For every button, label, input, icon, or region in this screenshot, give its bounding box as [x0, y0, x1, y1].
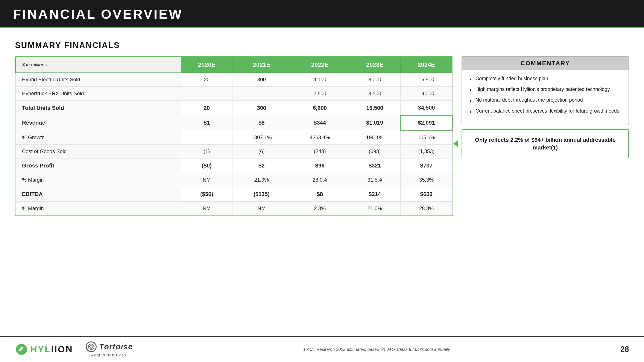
- content-wrapper: $ in millions 2020E 2021E 2022E 2023E 20…: [15, 56, 629, 216]
- financials-table-container: $ in millions 2020E 2021E 2022E 2023E 20…: [15, 56, 453, 216]
- page-number: 28: [620, 345, 629, 354]
- table-row: Cost of Goods Sold(1)(6)(248)(698)(1,353…: [16, 145, 452, 158]
- commentary-item-1: High margins reflect Hyliion's proprieta…: [470, 86, 621, 93]
- cell-2-2: 6,600: [291, 101, 349, 115]
- cell-0-0: 20: [181, 73, 232, 87]
- tortoise-circle-icon: [86, 342, 96, 352]
- row-label-9: % Margin: [16, 202, 181, 216]
- cell-8-1: ($135): [232, 187, 291, 202]
- cell-4-3: 196.1%: [349, 130, 400, 145]
- cell-2-3: 16,500: [349, 101, 400, 115]
- row-label-5: Cost of Goods Sold: [16, 145, 181, 158]
- cell-9-2: 2.3%: [291, 202, 349, 216]
- tortoise-brand-text: Tortoise: [99, 342, 133, 351]
- cell-0-4: 15,500: [400, 73, 452, 87]
- cell-0-2: 4,100: [291, 73, 349, 87]
- tortoise-logo: Tortoise Acquisition Corp.: [86, 342, 133, 358]
- row-label-2: Total Units Sold: [16, 101, 181, 115]
- cell-8-0: ($56): [181, 187, 232, 202]
- cell-4-4: 105.1%: [400, 130, 452, 145]
- table-row: % MarginNMNM2.3%21.0%28.8%: [16, 202, 452, 216]
- table-header-row: $ in millions 2020E 2021E 2022E 2023E 20…: [16, 57, 452, 73]
- cell-7-4: 35.3%: [400, 173, 452, 187]
- row-label-7: % Margin: [16, 173, 181, 187]
- cell-0-3: 8,000: [349, 73, 400, 87]
- cell-6-3: $321: [349, 158, 400, 173]
- page-header: FINANCIAL OVERVIEW: [0, 0, 644, 28]
- tortoise-logo-main: Tortoise: [86, 342, 133, 352]
- cell-8-2: $8: [291, 187, 349, 202]
- footer-logos: HYLIION Tortoise A: [15, 342, 133, 358]
- commentary-item-2: No material debt throughout the projecti…: [470, 96, 621, 103]
- row-label-6: Gross Profit: [16, 158, 181, 173]
- section-title: SUMMARY FINANCIALS: [15, 41, 629, 50]
- cell-1-4: 19,000: [400, 87, 452, 101]
- cell-2-1: 300: [232, 101, 291, 115]
- cell-9-3: 21.0%: [349, 202, 400, 216]
- tortoise-icon: [88, 343, 95, 350]
- col-2024e: 2024E: [400, 57, 452, 73]
- cell-4-1: 1307.1%: [232, 130, 291, 145]
- hyliion-leaf-icon: [15, 343, 28, 356]
- cell-4-2: 4268.4%: [291, 130, 349, 145]
- cell-7-3: 31.5%: [349, 173, 400, 187]
- page-title: FINANCIAL OVERVIEW: [13, 6, 183, 22]
- table-row: Total Units Sold203006,60016,50034,500: [16, 101, 452, 115]
- table-row: Hypertruck ERX Units Sold--2,5008,50019,…: [16, 87, 452, 101]
- cell-5-4: (1,353): [400, 145, 452, 158]
- cell-5-0: (1): [181, 145, 232, 158]
- hyliion-logo: HYLIION: [15, 343, 73, 356]
- table-row: Gross Profit($0)$2$96$321$737: [16, 158, 452, 173]
- commentary-title: COMMENTARY: [462, 57, 628, 70]
- callout-box: Only reflects 2.2% of $94+ billion annua…: [462, 129, 629, 158]
- callout-text: Only reflects 2.2% of $94+ billion annua…: [468, 136, 622, 152]
- hyliion-brand-text: HYLIION: [30, 344, 73, 355]
- col-2022e: 2022E: [291, 57, 349, 73]
- col-2020e: 2020E: [181, 57, 232, 73]
- row-label-4: % Growth: [16, 130, 181, 145]
- cell-2-4: 34,500: [400, 101, 452, 115]
- commentary-list: Completely funded business planHigh marg…: [470, 75, 621, 114]
- financials-table: $ in millions 2020E 2021E 2022E 2023E 20…: [16, 57, 452, 216]
- cell-9-0: NM: [181, 202, 232, 216]
- main-content: SUMMARY FINANCIALS $ in millions 2020E 2…: [0, 28, 644, 225]
- cell-3-2: $344: [291, 115, 349, 130]
- table-row: % Growth-1307.1%4268.4%196.1%105.1%: [16, 130, 452, 145]
- table-row: Hybrid Electric Units Sold203004,1008,00…: [16, 73, 452, 87]
- table-row: EBITDA($56)($135)$8$214$602: [16, 187, 452, 202]
- cell-7-1: 21.9%: [232, 173, 291, 187]
- cell-6-4: $737: [400, 158, 452, 173]
- cell-9-4: 28.8%: [400, 202, 452, 216]
- col-2023e: 2023E: [349, 57, 400, 73]
- cell-8-4: $602: [400, 187, 452, 202]
- cell-3-4: $2,091: [400, 115, 452, 130]
- commentary-item-0: Completely funded business plan: [470, 75, 621, 82]
- footer-footnote: 1 ACT Research 2022 estimates; based on …: [303, 347, 450, 352]
- cell-2-0: 20: [181, 101, 232, 115]
- cell-5-3: (698): [349, 145, 400, 158]
- cell-6-1: $2: [232, 158, 291, 173]
- commentary-panel: COMMENTARY Completely funded business pl…: [462, 56, 629, 158]
- cell-0-1: 300: [232, 73, 291, 87]
- cell-7-2: 28.0%: [291, 173, 349, 187]
- cell-9-1: NM: [232, 202, 291, 216]
- cell-3-0: $1: [181, 115, 232, 130]
- cell-1-0: -: [181, 87, 232, 101]
- cell-3-1: $8: [232, 115, 291, 130]
- cell-1-1: -: [232, 87, 291, 101]
- commentary-box: COMMENTARY Completely funded business pl…: [462, 56, 629, 125]
- row-label-0: Hybrid Electric Units Sold: [16, 73, 181, 87]
- svg-line-7: [91, 348, 92, 349]
- commentary-item-3: Current balance sheet preserves flexibil…: [470, 107, 621, 114]
- cell-8-3: $214: [349, 187, 400, 202]
- cell-5-1: (6): [232, 145, 291, 158]
- cell-6-0: ($0): [181, 158, 232, 173]
- page-footer: HYLIION Tortoise A: [0, 336, 644, 362]
- cell-7-0: NM: [181, 173, 232, 187]
- table-label-header: $ in millions: [16, 57, 181, 73]
- row-label-1: Hypertruck ERX Units Sold: [16, 87, 181, 101]
- svg-point-2: [90, 345, 93, 348]
- cell-4-0: -: [181, 130, 232, 145]
- cell-3-3: $1,019: [349, 115, 400, 130]
- cell-1-2: 2,500: [291, 87, 349, 101]
